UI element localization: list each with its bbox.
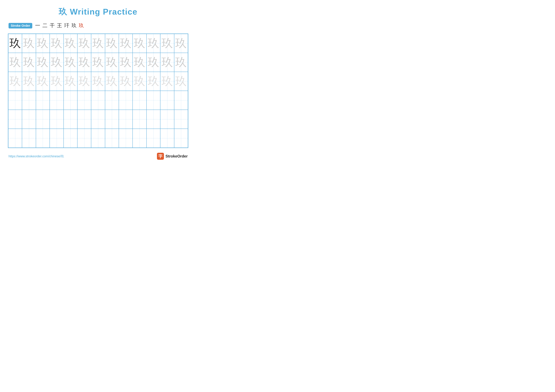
grid-cell[interactable] (8, 129, 22, 148)
grid-cell[interactable] (132, 110, 146, 129)
grid-cell[interactable]: 玖 (160, 34, 174, 53)
grid-cell[interactable] (50, 110, 63, 129)
grid-cell[interactable]: 玖 (36, 53, 50, 72)
grid-cell[interactable] (64, 110, 77, 129)
grid-cell[interactable] (174, 110, 188, 129)
grid-cell[interactable] (50, 129, 63, 148)
grid-cell[interactable] (160, 129, 174, 148)
grid-cell[interactable]: 玖 (105, 53, 119, 72)
grid-cell[interactable] (174, 91, 188, 110)
stroke-chars: 一 二 干 王 玕 玖 玖 (35, 22, 84, 29)
practice-char: 玖 (106, 36, 117, 51)
grid-cell[interactable] (146, 129, 160, 148)
practice-char: 玖 (79, 55, 90, 70)
practice-char: 玖 (175, 74, 187, 89)
grid-cell[interactable]: 玖 (91, 53, 105, 72)
grid-cell[interactable] (174, 129, 188, 148)
grid-cell[interactable]: 玖 (64, 53, 77, 72)
grid-cell[interactable] (119, 110, 132, 129)
grid-cell[interactable] (160, 91, 174, 110)
grid-cell[interactable] (8, 91, 22, 110)
grid-cell[interactable]: 玖 (8, 72, 22, 91)
grid-cell[interactable]: 玖 (8, 53, 22, 72)
grid-cell[interactable]: 玖 (36, 72, 50, 91)
grid-cell[interactable] (36, 129, 50, 148)
practice-char: 玖 (92, 55, 104, 70)
grid-cell[interactable]: 玖 (174, 53, 188, 72)
stroke-char-6: 玖 (72, 22, 77, 29)
grid-cell[interactable]: 玖 (8, 34, 22, 53)
grid-cell[interactable]: 玖 (119, 72, 132, 91)
grid-cell[interactable]: 玖 (119, 53, 132, 72)
grid-cell[interactable]: 玖 (64, 72, 77, 91)
grid-cell[interactable] (119, 91, 132, 110)
grid-cell[interactable]: 玖 (22, 34, 36, 53)
practice-char: 玖 (92, 36, 104, 51)
practice-char: 玖 (161, 55, 173, 70)
grid-cell[interactable]: 玖 (132, 72, 146, 91)
grid-cell[interactable] (8, 110, 22, 129)
grid-cell[interactable] (119, 129, 132, 148)
grid-cell[interactable] (105, 110, 119, 129)
grid-cell[interactable] (22, 129, 36, 148)
practice-char: 玖 (23, 74, 35, 89)
grid-cell[interactable]: 玖 (105, 72, 119, 91)
grid-cell[interactable]: 玖 (132, 53, 146, 72)
grid-cell[interactable] (105, 129, 119, 148)
footer-logo: 字 StrokeOrder (157, 153, 188, 160)
grid-cell[interactable]: 玖 (174, 34, 188, 53)
grid-cell[interactable]: 玖 (146, 34, 160, 53)
grid-cell[interactable] (91, 110, 105, 129)
practice-char: 玖 (175, 36, 187, 51)
grid-cell[interactable] (77, 129, 91, 148)
grid-cell[interactable] (64, 91, 77, 110)
grid-cell[interactable]: 玖 (36, 34, 50, 53)
grid-cell[interactable] (64, 129, 77, 148)
grid-cell[interactable]: 玖 (50, 72, 63, 91)
stroke-order-badge: Stroke Order (8, 23, 32, 29)
footer-url[interactable]: https://www.strokeorder.com/chinese/玖 (8, 154, 64, 158)
grid-cell[interactable] (36, 110, 50, 129)
grid-cell[interactable]: 玖 (50, 53, 63, 72)
grid-cell[interactable]: 玖 (64, 34, 77, 53)
grid-cell[interactable]: 玖 (91, 34, 105, 53)
grid-cell[interactable] (105, 91, 119, 110)
grid-cell[interactable]: 玖 (50, 34, 63, 53)
grid-cell[interactable] (132, 129, 146, 148)
practice-char: 玖 (92, 74, 104, 89)
practice-grid: 玖玖玖玖玖玖玖玖玖玖玖玖玖玖玖玖玖玖玖玖玖玖玖玖玖玖玖玖玖玖玖玖玖玖玖玖玖玖玖 (8, 34, 188, 148)
grid-cell[interactable]: 玖 (77, 53, 91, 72)
grid-cell[interactable]: 玖 (146, 72, 160, 91)
grid-cell[interactable]: 玖 (22, 53, 36, 72)
page-title: 玖 Writing Practice (8, 6, 188, 17)
grid-cell[interactable] (91, 91, 105, 110)
grid-cell[interactable]: 玖 (146, 53, 160, 72)
grid-cell[interactable]: 玖 (160, 72, 174, 91)
stroke-char-1: 一 (35, 22, 40, 29)
grid-cell[interactable] (77, 91, 91, 110)
grid-cell[interactable] (77, 110, 91, 129)
grid-cell[interactable]: 玖 (91, 72, 105, 91)
practice-char: 玖 (148, 36, 159, 51)
grid-cell[interactable] (50, 91, 63, 110)
grid-cell[interactable]: 玖 (160, 53, 174, 72)
practice-char: 玖 (106, 55, 117, 70)
grid-cell[interactable]: 玖 (77, 34, 91, 53)
grid-cell[interactable] (22, 110, 36, 129)
grid-cell[interactable]: 玖 (174, 72, 188, 91)
grid-cell[interactable] (146, 110, 160, 129)
grid-cell[interactable] (160, 110, 174, 129)
grid-cell[interactable] (91, 129, 105, 148)
grid-cell[interactable]: 玖 (22, 72, 36, 91)
practice-char: 玖 (65, 55, 76, 70)
grid-cell[interactable] (132, 91, 146, 110)
grid-cell[interactable]: 玖 (119, 34, 132, 53)
grid-cell[interactable]: 玖 (105, 34, 119, 53)
grid-cell[interactable] (22, 91, 36, 110)
grid-cell[interactable] (36, 91, 50, 110)
practice-char: 玖 (120, 36, 131, 51)
grid-cell[interactable] (146, 91, 160, 110)
practice-char: 玖 (9, 74, 21, 89)
grid-cell[interactable]: 玖 (77, 72, 91, 91)
grid-cell[interactable]: 玖 (132, 34, 146, 53)
